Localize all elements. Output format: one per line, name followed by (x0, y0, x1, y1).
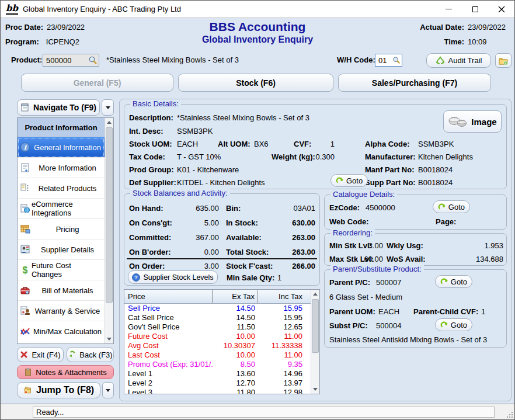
scroll-up-button[interactable] (105, 118, 113, 127)
dollar-icon: $ (20, 265, 30, 275)
minimize-button[interactable] (436, 1, 462, 18)
subst-pc-value: 500004 (376, 320, 401, 331)
proc-date-value: 23/09/2022 (47, 22, 85, 33)
parent-substitute-group: Parent/Substitute Product: Parent P/C: 5… (324, 269, 507, 348)
resize-grip[interactable] (506, 411, 513, 418)
scrollbar-thumb[interactable] (106, 127, 113, 303)
ex-tax-value: 11.80 (213, 388, 258, 394)
sidebar-item-ecommerce-integrations[interactable]: eCommerce Integrations (18, 199, 105, 219)
prod-group-label: Prod Group: (129, 164, 174, 175)
sidebar-item-more-information[interactable]: More Information (18, 158, 105, 178)
price-row[interactable]: Promo Cost (Exp: 31/01/...8.509.35 (124, 360, 311, 369)
price-row[interactable]: Sell Price14.5015.95 (124, 304, 311, 313)
document-plus-icon (20, 162, 30, 173)
wos-avail-value: 134.688 (462, 254, 503, 265)
price-row[interactable]: Level 113.6014.96 (124, 369, 311, 379)
sidebar-item-label: Related Products (39, 184, 97, 193)
basic-details-group: Basic Details: Description: *Stainless S… (124, 104, 507, 189)
ex-tax-value: 12.70 (213, 379, 258, 388)
jump-to-label: Jump To (F8) (36, 385, 94, 395)
price-row[interactable]: Level 311.8012.98 (124, 388, 311, 394)
nav-group-header: Product Information (18, 118, 105, 137)
status-message: Ready... (33, 407, 495, 418)
tab-stock[interactable]: Stock (F6) (178, 74, 333, 92)
image-button-label: Image (471, 117, 496, 127)
on-backorder-value: 0.00 (180, 247, 219, 258)
jump-to-button[interactable]: Jump To (F8) (17, 382, 100, 398)
navigate-dropdown-button[interactable] (102, 99, 114, 116)
tab-general[interactable]: General (F5) (21, 74, 173, 92)
sidebar-item-future-cost-changes[interactable]: $ Future Cost Changes (18, 260, 105, 280)
product-code-value: 500000 (46, 56, 88, 65)
search-icon[interactable] (88, 55, 98, 65)
program-value: ICPENQ2 (46, 37, 79, 47)
goto-arrow-icon (336, 176, 344, 185)
price-table-scrollbar[interactable] (311, 290, 319, 394)
scroll-up-button[interactable] (311, 290, 319, 298)
scroll-down-button[interactable] (311, 385, 319, 394)
stock-balances-group: Stock Balances and Activity: On Hand: 63… (124, 193, 320, 286)
close-button[interactable] (488, 1, 514, 18)
ex-tax-header-label: Ex Tax (232, 292, 255, 301)
price-row[interactable]: Future Cost10.0011.00 (124, 332, 311, 341)
catalogue-goto-button[interactable]: Goto (433, 200, 470, 213)
sidebar-item-general-information[interactable]: i General Information (18, 137, 105, 158)
price-name: Gov't Sell Price (124, 322, 213, 332)
price-row[interactable]: Avg Cost10.3030711.33338 (124, 341, 311, 350)
maximize-button[interactable] (462, 1, 488, 18)
actual-date-value: 23/09/2022 (468, 22, 510, 33)
price-row[interactable]: Cat Sell Price14.5015.95 (124, 313, 311, 322)
tab-sales-purchasing[interactable]: Sales/Purchasing (F7) (338, 74, 491, 92)
sidebar-item-pricing[interactable]: Pricing (18, 219, 105, 239)
substitute-goto-button[interactable]: Goto (435, 318, 472, 331)
price-name: Last Cost (124, 350, 213, 360)
jump-dropdown-button[interactable] (102, 382, 114, 398)
recycle-icon (436, 56, 445, 65)
wh-code-input[interactable]: 01 (375, 54, 402, 67)
sidebar-scrollbar[interactable] (105, 118, 113, 343)
supplier-stock-levels-button[interactable]: ? Supplier Stock Levels (128, 270, 218, 284)
price-row[interactable]: Level 212.7013.97 (124, 379, 311, 388)
product-input[interactable]: 500000 (43, 54, 99, 67)
ezcode-value: 4500000 (366, 202, 395, 213)
price-row[interactable]: Last Cost10.0011.00 (124, 350, 311, 360)
exit-button[interactable]: Exit (F4) (17, 347, 64, 362)
supplier-goto-button[interactable]: Goto (330, 174, 368, 187)
status-text: Ready... (36, 408, 64, 416)
bin-label: Bin: (226, 203, 241, 214)
inc-tax-column-header[interactable]: Inc Tax (258, 290, 311, 303)
search-icon[interactable] (392, 56, 401, 64)
parent-uom-label: Parent UOM: (329, 306, 375, 317)
folder-add-icon (499, 56, 508, 65)
parent-pc-label: Parent P/C: (329, 277, 370, 288)
sidebar-item-minmax-calculation[interactable]: Min/Max Calculation (18, 321, 105, 342)
supp-part-value: B0018024 (418, 177, 453, 188)
sidebar-item-related-products[interactable]: Related Products (18, 178, 105, 199)
product-description: *Stainless Steel Mixing Bowls - Set of 3 (106, 55, 239, 64)
chevron-down-icon (106, 106, 110, 109)
actual-date-row: Actual Date:23/09/2022 (420, 22, 510, 33)
notes-attachments-button[interactable]: Notes & Attachments (17, 365, 114, 379)
arrow-down-icon (313, 388, 318, 391)
scroll-down-button[interactable] (105, 335, 113, 343)
image-button[interactable]: Image (443, 110, 502, 133)
price-column-header[interactable]: Price (124, 290, 213, 303)
sidebar-item-label: Min/Max Calculation (33, 327, 102, 336)
sidebar-item-label: Future Cost Changes (32, 261, 103, 279)
sidebar-item-bill-of-materials[interactable]: Bill of Materials (18, 280, 105, 301)
sidebar-item-supplier-details[interactable]: Supplier Details (18, 239, 105, 260)
sidebar-item-warranty-service[interactable]: Warranty & Service (18, 301, 105, 321)
time-label: Time: (444, 37, 464, 46)
open-folder-button[interactable] (495, 53, 511, 68)
inc-tax-value: 11.33338 (258, 341, 311, 350)
ex-tax-column-header[interactable]: Ex Tax (213, 290, 258, 303)
back-button[interactable]: Back (F3) (67, 347, 114, 362)
parent-goto-button[interactable]: Goto (435, 275, 472, 288)
audit-trail-button[interactable]: Audit Trail (426, 53, 491, 68)
tab-sales-label: Sales/Purchasing (F7) (372, 78, 457, 88)
close-x-icon (20, 350, 28, 359)
navigate-to-button[interactable]: Navigate To (F9) (17, 99, 100, 116)
scrollbar-thumb[interactable] (312, 299, 319, 353)
ex-tax-value: 14.50 (213, 313, 258, 322)
price-row[interactable]: Gov't Sell Price11.5012.65 (124, 322, 311, 332)
